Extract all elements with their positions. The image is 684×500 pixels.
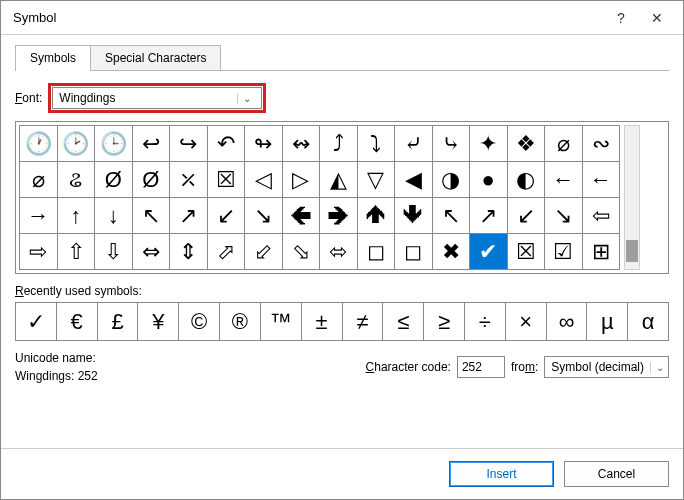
symbol-cell[interactable]: ⇕	[170, 234, 208, 270]
symbol-cell[interactable]: ↘	[245, 198, 283, 234]
symbol-cell[interactable]: 🡺	[320, 198, 358, 234]
symbol-cell[interactable]: ↩	[132, 126, 170, 162]
symbol-cell[interactable]: ↘	[545, 198, 583, 234]
symbol-cell[interactable]: ✖	[432, 234, 470, 270]
recently-used-label: Recently used symbols:	[15, 284, 669, 298]
cancel-button[interactable]: Cancel	[564, 461, 669, 487]
symbol-cell[interactable]: ↓	[95, 198, 133, 234]
symbol-cell[interactable]: →	[20, 198, 58, 234]
symbol-cell[interactable]: ⬀	[207, 234, 245, 270]
symbol-cell[interactable]: ▷	[282, 162, 320, 198]
recent-symbol-cell[interactable]: ©	[179, 303, 220, 341]
character-code-label: Character code:	[366, 360, 451, 374]
symbol-cell[interactable]: ▽	[357, 162, 395, 198]
symbol-cell[interactable]: ◐	[507, 162, 545, 198]
symbol-cell[interactable]: ⊞	[582, 234, 620, 270]
from-label: from:	[511, 360, 538, 374]
recent-symbol-cell[interactable]: µ	[587, 303, 628, 341]
symbol-cell[interactable]: ↙	[207, 198, 245, 234]
symbol-cell[interactable]: ↗	[470, 198, 508, 234]
recent-symbol-cell[interactable]: ≠	[342, 303, 383, 341]
symbol-cell[interactable]: ଌ	[57, 162, 95, 198]
symbol-cell[interactable]: ⬂	[282, 234, 320, 270]
grid-scrollbar[interactable]	[624, 125, 640, 270]
symbol-cell[interactable]: ⇩	[95, 234, 133, 270]
dialog-footer: Insert Cancel	[1, 448, 683, 499]
symbol-cell[interactable]: ⤶	[395, 126, 433, 162]
symbol-cell[interactable]: 🡸	[282, 198, 320, 234]
recent-symbol-cell[interactable]: ✓	[16, 303, 57, 341]
symbol-cell[interactable]: ↖	[132, 198, 170, 234]
recent-symbol-cell[interactable]: ×	[505, 303, 546, 341]
recent-symbol-cell[interactable]: €	[56, 303, 97, 341]
symbol-cell[interactable]: ❖	[507, 126, 545, 162]
symbol-cell[interactable]: 🕑	[57, 126, 95, 162]
symbol-cell[interactable]: ∾	[582, 126, 620, 162]
symbol-cell[interactable]: ↙	[507, 198, 545, 234]
close-button[interactable]: ✕	[639, 4, 675, 32]
symbol-cell[interactable]: ↗	[170, 198, 208, 234]
recent-symbol-cell[interactable]: ®	[220, 303, 261, 341]
symbol-cell[interactable]: ✦	[470, 126, 508, 162]
recent-symbol-cell[interactable]: ∞	[546, 303, 587, 341]
symbol-cell[interactable]: ◻	[357, 234, 395, 270]
recent-symbol-cell[interactable]: ≤	[383, 303, 424, 341]
symbol-cell[interactable]: ⤷	[432, 126, 470, 162]
content-area: Symbols Special Characters Font: Wingdin…	[1, 35, 683, 448]
symbol-cell[interactable]: Ø	[132, 162, 170, 198]
window-title: Symbol	[13, 10, 56, 25]
symbol-cell[interactable]: ☑	[545, 234, 583, 270]
tab-special-characters[interactable]: Special Characters	[90, 45, 221, 71]
symbol-cell[interactable]: ⇧	[57, 234, 95, 270]
symbol-cell[interactable]: Ø	[95, 162, 133, 198]
symbol-cell[interactable]: ⤫	[170, 162, 208, 198]
scrollbar-thumb[interactable]	[626, 240, 638, 262]
symbol-cell[interactable]: ◀	[395, 162, 433, 198]
symbol-cell[interactable]: ⬄	[320, 234, 358, 270]
help-button[interactable]: ?	[603, 4, 639, 32]
symbol-cell[interactable]: 🕒	[95, 126, 133, 162]
symbol-cell[interactable]: ◑	[432, 162, 470, 198]
symbol-cell[interactable]: ↶	[207, 126, 245, 162]
symbol-cell[interactable]: 🡻	[395, 198, 433, 234]
insert-button[interactable]: Insert	[449, 461, 554, 487]
symbol-cell[interactable]: ⇦	[582, 198, 620, 234]
from-select[interactable]: Symbol (decimal) ⌄	[544, 356, 669, 378]
tab-symbols[interactable]: Symbols	[15, 45, 91, 71]
symbol-cell[interactable]: ⇨	[20, 234, 58, 270]
insert-button-label: Insert	[486, 467, 516, 481]
symbol-cell[interactable]: ☒	[507, 234, 545, 270]
symbol-cell[interactable]: ●	[470, 162, 508, 198]
symbol-cell[interactable]: ←	[582, 162, 620, 198]
from-select-value: Symbol (decimal)	[545, 360, 650, 374]
recent-symbol-cell[interactable]: ¥	[138, 303, 179, 341]
symbol-cell[interactable]: ✔	[470, 234, 508, 270]
recent-symbol-cell[interactable]: £	[97, 303, 138, 341]
recent-symbol-cell[interactable]: ±	[301, 303, 342, 341]
symbol-cell[interactable]: 🕐	[20, 126, 58, 162]
recent-symbol-cell[interactable]: ™	[260, 303, 301, 341]
symbol-cell[interactable]: ⇔	[132, 234, 170, 270]
symbol-cell[interactable]: ◭	[320, 162, 358, 198]
symbol-cell[interactable]: ⌀	[545, 126, 583, 162]
symbol-cell[interactable]: ↭	[282, 126, 320, 162]
symbol-cell[interactable]: ☒	[207, 162, 245, 198]
recent-symbol-cell[interactable]: α	[628, 303, 669, 341]
symbol-cell[interactable]: 🡹	[357, 198, 395, 234]
character-code-input[interactable]: 252	[457, 356, 505, 378]
symbol-cell[interactable]: ◁	[245, 162, 283, 198]
recent-symbol-cell[interactable]: ÷	[464, 303, 505, 341]
symbol-cell[interactable]: ↖	[432, 198, 470, 234]
symbol-cell[interactable]: ↬	[245, 126, 283, 162]
symbol-cell[interactable]: ◻	[395, 234, 433, 270]
symbol-cell[interactable]: ⤵	[357, 126, 395, 162]
recent-symbol-cell[interactable]: ≥	[424, 303, 465, 341]
symbol-cell[interactable]: ↑	[57, 198, 95, 234]
font-row: Font: Wingdings ⌄	[15, 83, 669, 113]
symbol-cell[interactable]: ⤴	[320, 126, 358, 162]
symbol-cell[interactable]: ⬃	[245, 234, 283, 270]
symbol-cell[interactable]: ↪	[170, 126, 208, 162]
symbol-cell[interactable]: ←	[545, 162, 583, 198]
font-select[interactable]: Wingdings ⌄	[52, 87, 262, 109]
symbol-cell[interactable]: ⌀	[20, 162, 58, 198]
